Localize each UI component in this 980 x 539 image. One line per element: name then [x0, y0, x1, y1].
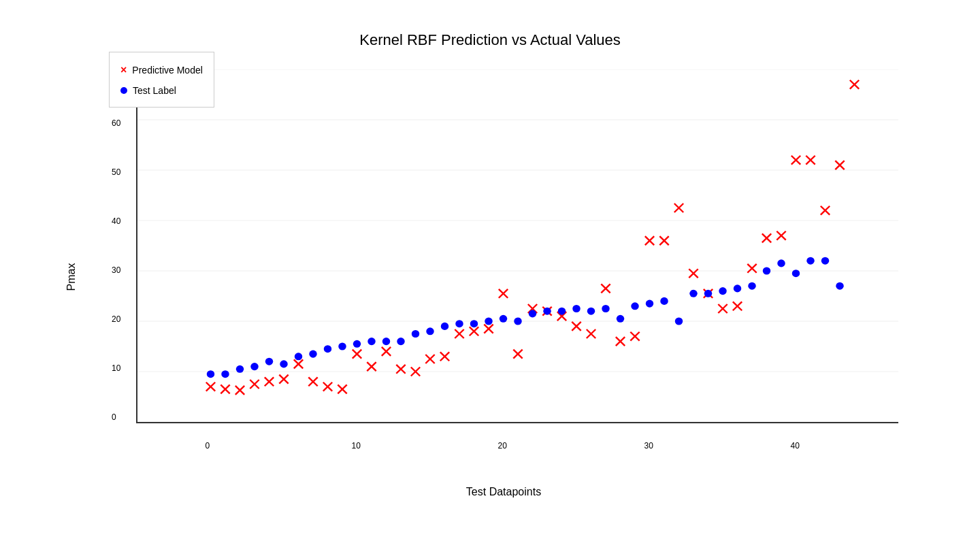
test-point [675, 317, 683, 325]
predictive-point [821, 206, 830, 215]
test-point [382, 338, 390, 345]
predictive-point [484, 325, 493, 333]
predictive-point [733, 301, 742, 310]
test-point [514, 317, 521, 325]
predictive-point [265, 377, 274, 386]
predictive-point [806, 156, 815, 165]
test-point [295, 353, 302, 360]
y-tick-20: 20 [112, 314, 120, 324]
test-point [587, 308, 595, 315]
test-point [265, 358, 273, 365]
predictive-point [513, 350, 522, 359]
test-point [207, 370, 214, 378]
y-tick-30: 30 [112, 265, 120, 275]
predictive-point [689, 269, 698, 278]
test-point [324, 345, 331, 353]
legend-test-label: Test Label [133, 81, 176, 100]
predictive-point [659, 236, 668, 245]
test-point [572, 305, 580, 312]
x-tick-40: 40 [790, 441, 799, 451]
test-point [353, 340, 361, 348]
test-icon [120, 87, 127, 94]
predictive-point [572, 322, 581, 331]
test-point [455, 320, 463, 327]
test-point [734, 284, 741, 292]
predictive-point [323, 382, 332, 391]
predictive-point [674, 203, 683, 212]
test-point [221, 370, 229, 378]
y-axis-label: Pmax [65, 263, 78, 291]
test-point [529, 310, 536, 317]
predictive-point [425, 355, 434, 363]
x-tick-10: 10 [352, 441, 361, 451]
test-point [412, 330, 419, 338]
predictive-point [382, 347, 391, 356]
y-tick-60: 60 [112, 118, 120, 128]
test-point [309, 350, 316, 358]
predictive-point [220, 385, 229, 393]
test-point [631, 302, 638, 310]
test-point [236, 365, 244, 373]
y-tick-50: 50 [112, 167, 120, 177]
y-tick-40: 40 [112, 216, 120, 226]
predictive-point [396, 365, 405, 374]
test-point [500, 315, 507, 323]
predictive-point [630, 332, 639, 341]
y-tick-10: 10 [112, 363, 120, 373]
test-point [602, 305, 609, 312]
predictive-point [250, 380, 259, 389]
test-point [397, 338, 404, 345]
test-point [617, 315, 624, 323]
predictive-point [791, 156, 800, 165]
test-point [280, 360, 287, 368]
predictive-point [850, 80, 859, 89]
test-point [719, 287, 726, 295]
test-point [836, 282, 843, 290]
test-point [441, 323, 448, 330]
predictive-point [206, 382, 215, 391]
test-point [704, 290, 712, 297]
predictive-point [499, 289, 508, 298]
test-point [689, 290, 697, 297]
predictive-point [353, 350, 361, 359]
predictive-point [367, 362, 376, 371]
test-point [792, 270, 800, 277]
chart-legend: × Predictive Model Test Label [109, 52, 214, 108]
predictive-point [601, 284, 610, 293]
predictive-point [455, 329, 463, 338]
chart-title: Kernel RBF Prediction vs Actual Values [48, 24, 932, 49]
test-point [777, 259, 785, 267]
predictive-point [279, 375, 288, 384]
legend-predictive: × Predictive Model [120, 59, 203, 81]
predictive-point [762, 233, 771, 242]
test-point [660, 297, 668, 305]
legend-test: Test Label [120, 81, 203, 100]
predictive-point [308, 377, 317, 386]
test-point [748, 282, 755, 290]
predictive-point [835, 161, 844, 169]
predictive-point [587, 329, 595, 338]
legend-predictive-label: Predictive Model [132, 61, 203, 80]
predictive-point [718, 304, 727, 313]
test-point [543, 308, 551, 315]
x-tick-30: 30 [644, 441, 653, 451]
test-point [558, 308, 566, 315]
predictive-point [470, 327, 478, 336]
predictive-point [235, 386, 244, 395]
test-point [426, 327, 434, 335]
chart-container: Kernel RBF Prediction vs Actual Values P… [48, 24, 932, 514]
test-point [821, 257, 829, 265]
test-point [646, 300, 653, 308]
predictive-point [411, 368, 420, 376]
test-point [763, 267, 770, 274]
predictive-point [777, 231, 785, 240]
test-point [470, 320, 478, 327]
test-point [806, 257, 814, 265]
x-axis-label: Test Datapoints [466, 486, 541, 497]
predictive-point [440, 352, 449, 361]
predictive-point [338, 385, 346, 393]
predictive-point [616, 337, 625, 346]
test-point [485, 317, 492, 325]
x-tick-0: 0 [206, 441, 210, 451]
predictive-point [645, 236, 654, 245]
